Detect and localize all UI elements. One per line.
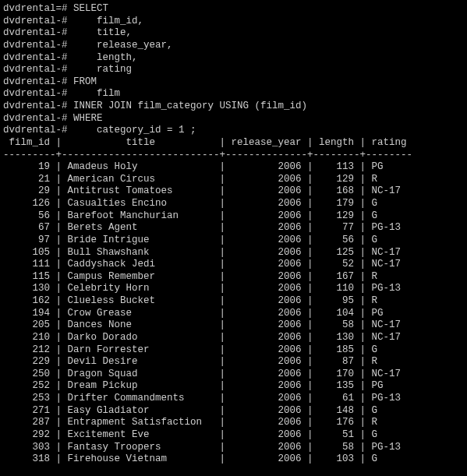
terminal-output: dvdrental=# SELECT dvdrental-# film_id, … (3, 3, 412, 464)
